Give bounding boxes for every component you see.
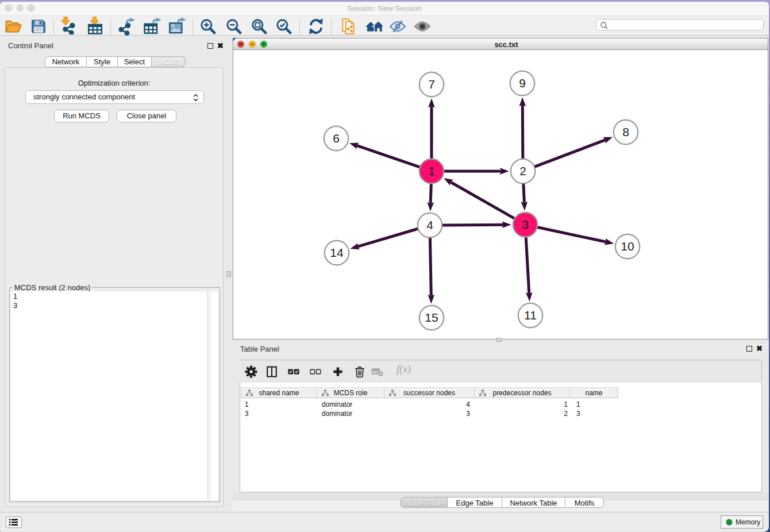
svg-text:14: 14 (330, 246, 344, 259)
svg-text:11: 11 (524, 309, 537, 322)
svg-text:1: 1 (428, 164, 435, 178)
svg-text:15: 15 (425, 311, 438, 324)
svg-text:8: 8 (622, 125, 629, 138)
svg-text:4: 4 (426, 218, 433, 232)
svg-text:10: 10 (621, 240, 634, 253)
svg-text:3: 3 (522, 218, 529, 231)
svg-text:6: 6 (333, 132, 340, 145)
svg-text:9: 9 (519, 76, 526, 90)
svg-text:2: 2 (519, 164, 526, 178)
svg-text:7: 7 (428, 78, 435, 91)
